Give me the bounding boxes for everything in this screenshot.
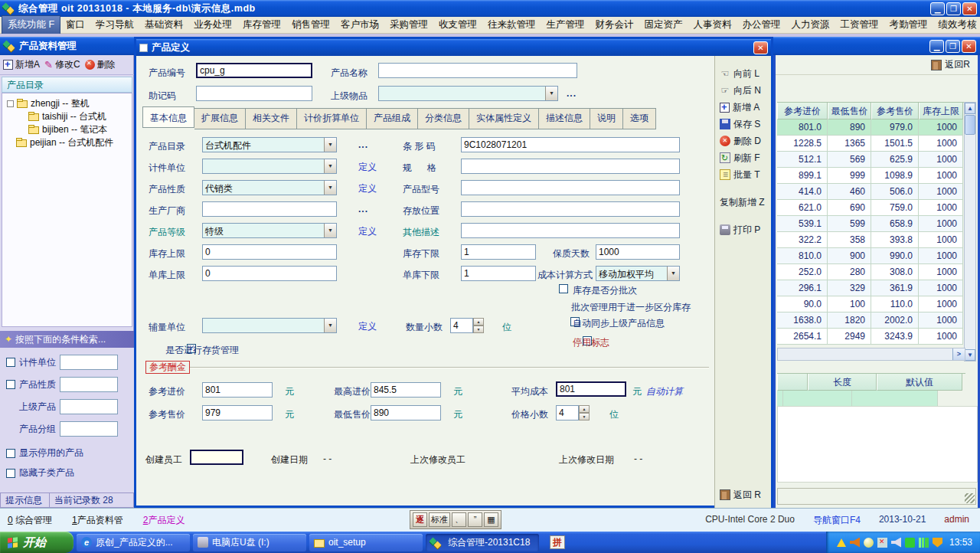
table-row[interactable]: 1228.513651501.51000 <box>777 136 965 152</box>
scroll-right-icon[interactable]: > <box>952 348 965 360</box>
min-out-input[interactable] <box>371 405 441 420</box>
menu-item[interactable]: 销售管理 <box>286 16 335 34</box>
delete-button[interactable]: 删除 D <box>715 133 771 149</box>
desc-input[interactable] <box>461 223 680 238</box>
menu-item[interactable]: 人力资源 <box>786 16 835 34</box>
model-input[interactable] <box>461 180 680 195</box>
store-max-input[interactable] <box>202 266 337 281</box>
next-button[interactable]: 向后 N <box>715 82 771 99</box>
price-dec-stepper[interactable]: ▲▼ <box>556 405 590 420</box>
previous-button[interactable]: 向前 L <box>715 65 771 82</box>
close-button[interactable]: ✕ <box>962 2 977 15</box>
taskbar-item[interactable]: oit_setup <box>309 534 423 551</box>
table-row[interactable]: 810.0900990.01000 <box>777 248 965 264</box>
location-input[interactable] <box>461 201 680 217</box>
table-row[interactable]: 801.0890979.01000 <box>777 119 965 136</box>
menu-item[interactable]: 窗口 <box>60 16 90 34</box>
column-header[interactable]: 默认值 <box>877 374 962 391</box>
table-row[interactable]: 899.19991098.91000 <box>777 168 965 184</box>
chevron-down-icon[interactable]: ▼ <box>545 87 557 100</box>
unit-filter-input[interactable] <box>60 355 118 370</box>
aux-unit-define-link[interactable]: 定义 <box>358 320 377 333</box>
horizontal-scrollbar[interactable]: > <box>777 348 965 361</box>
list-return-button[interactable]: 返回R <box>945 58 970 71</box>
column-header[interactable]: 长度 <box>808 374 877 391</box>
scroll-up-icon[interactable]: ▲ <box>965 103 975 114</box>
spin-down-icon[interactable]: ▼ <box>579 413 590 420</box>
table-row[interactable]: 322.2358393.81000 <box>777 232 965 248</box>
parent-filter-input[interactable] <box>60 399 118 414</box>
tree-checkbox[interactable] <box>7 100 14 107</box>
delete-button[interactable]: 删除 <box>85 58 116 71</box>
aux-unit-combo[interactable]: ▼ <box>202 318 337 333</box>
ref-out-input[interactable] <box>202 405 273 420</box>
parent-more-button[interactable]: ... <box>567 88 577 99</box>
taskbar-item[interactable]: e原创_产品定义的... <box>77 534 190 551</box>
unit-combo[interactable]: ▼ <box>202 159 337 174</box>
tab-main[interactable]: 0 综合管理 <box>8 514 52 527</box>
new-button[interactable]: 新增 A <box>715 99 771 116</box>
unit-filter-checkbox[interactable] <box>6 358 15 367</box>
max-in-input[interactable] <box>371 382 441 398</box>
stock-max-input[interactable] <box>202 244 337 260</box>
add-button[interactable]: 新增A <box>3 58 40 71</box>
menu-item[interactable]: 生产管理 <box>541 16 590 34</box>
stock-min-input[interactable] <box>461 244 536 260</box>
volume-icon[interactable] <box>850 538 860 548</box>
tab[interactable]: 基本信息 <box>142 106 194 128</box>
dialog-close-button[interactable]: ✕ <box>753 41 768 54</box>
refresh-button[interactable]: 刷新 F <box>715 149 771 166</box>
table-row[interactable]: 252.0280308.01000 <box>777 264 965 280</box>
avg-cost-input[interactable] <box>556 381 626 397</box>
chevron-down-icon[interactable]: ▼ <box>324 138 336 152</box>
tree-item[interactable]: peijian -- 台式机配件 <box>2 136 132 149</box>
column-header[interactable]: 最低售价 <box>828 103 871 119</box>
taskbar-item[interactable]: 电脑店U盘 (I:) <box>193 534 306 551</box>
table-row[interactable]: 296.1329361.91000 <box>777 280 965 296</box>
resize-grip[interactable] <box>965 493 975 503</box>
tree-item[interactable]: taishiji -- 台式机 <box>2 110 132 123</box>
maximize-button[interactable]: ❐ <box>946 2 961 15</box>
nav-window-link[interactable]: 导航窗口F4 <box>813 514 861 527</box>
grade-combo[interactable]: 特级▼ <box>202 223 337 238</box>
auto-calc-link[interactable]: 自动计算 <box>646 385 683 398</box>
vertical-scrollbar[interactable]: ▲ ▼ <box>964 102 976 362</box>
spin-up-icon[interactable]: ▲ <box>579 405 590 413</box>
scroll-down-icon[interactable]: ▼ <box>965 349 975 361</box>
edit-button[interactable]: 修改C <box>44 58 80 71</box>
qty-dec-stepper[interactable]: ▲▼ <box>450 318 484 333</box>
show-disabled-checkbox[interactable] <box>6 449 15 458</box>
menu-item[interactable]: 基础资料 <box>139 16 188 34</box>
column-header[interactable]: 库存上限 <box>919 103 963 119</box>
table-row[interactable]: 621.0690759.01000 <box>777 200 965 216</box>
chevron-down-icon[interactable]: ▼ <box>324 224 336 237</box>
tab-product-panel[interactable]: 1产品资料管 <box>72 514 123 527</box>
catalog-combo[interactable]: 台式机配件▼ <box>202 137 337 152</box>
parent-combo[interactable]: ▼ <box>378 86 558 101</box>
taskbar-item-active[interactable]: 综合管理-20131C18 <box>426 534 539 551</box>
menu-item[interactable]: 工资管理 <box>835 16 884 34</box>
network-error-icon[interactable] <box>877 538 887 548</box>
menu-item[interactable]: 绩效考核 <box>933 16 980 34</box>
print-button[interactable]: 打印 P <box>715 221 771 238</box>
tab[interactable]: 分类信息 <box>418 108 469 129</box>
barcode-input[interactable] <box>461 137 680 152</box>
alert-icon[interactable] <box>837 538 846 547</box>
table-row[interactable]: 414.0460506.01000 <box>777 184 965 200</box>
ime-punct-icon[interactable]: 、 <box>452 512 466 527</box>
tree-item[interactable]: zhengji -- 整机 <box>2 97 132 110</box>
spin-down-icon[interactable]: ▼ <box>473 326 484 333</box>
table-row[interactable]: 90.0100110.01000 <box>777 296 965 312</box>
spin-up-icon[interactable]: ▲ <box>473 318 484 326</box>
menu-item[interactable]: 系统功能 F <box>2 15 60 34</box>
menu-item[interactable]: 人事资料 <box>688 16 737 34</box>
menu-item[interactable]: 办公管理 <box>737 16 786 34</box>
language-indicator[interactable]: 拼 <box>550 535 565 549</box>
scrollbar-thumb[interactable] <box>965 115 975 135</box>
ref-in-input[interactable] <box>202 382 273 398</box>
menu-item[interactable]: 收支管理 <box>433 16 482 34</box>
menu-item[interactable]: 财务会计 <box>590 16 639 34</box>
tab[interactable]: 描述信息 <box>539 108 590 129</box>
nature-combo[interactable]: 代销类▼ <box>202 180 337 195</box>
unit-define-link[interactable]: 定义 <box>358 161 377 174</box>
